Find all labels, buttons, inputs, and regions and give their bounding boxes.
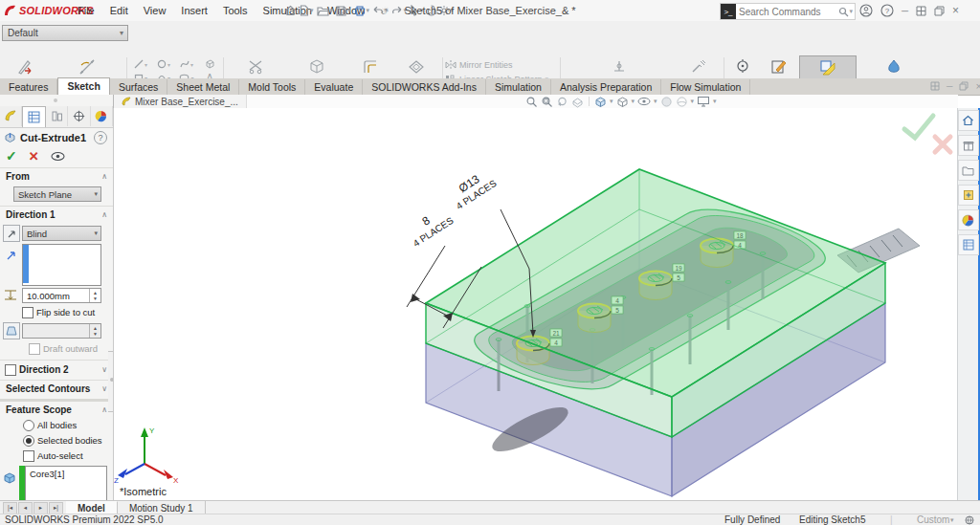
all-bodies-radio[interactable] <box>23 420 34 431</box>
auto-select-checkbox[interactable] <box>23 450 34 462</box>
edit-appearance-icon[interactable] <box>660 96 673 108</box>
open-document-button[interactable]: ▾ <box>316 2 335 19</box>
configuration-dropdown[interactable]: Default ▾ <box>2 25 128 41</box>
menu-file[interactable]: File <box>71 5 101 16</box>
pm-preview-icon[interactable] <box>51 151 65 162</box>
pm-ok-button[interactable]: ✓ <box>6 148 17 164</box>
document-tab[interactable]: Mixer Base_Exercise_... <box>114 95 247 108</box>
menu-insert[interactable]: Insert <box>174 5 214 16</box>
user-account-icon[interactable] <box>859 4 873 17</box>
menu-edit[interactable]: Edit <box>103 5 135 16</box>
apply-scene-flyout-icon[interactable]: ▾ <box>691 98 695 105</box>
flip-side-checkbox[interactable] <box>22 307 33 318</box>
restore-button[interactable] <box>934 6 945 16</box>
tab-flow-simulation[interactable]: Flow Simulation <box>661 79 750 95</box>
first-study-button[interactable]: |◂ <box>3 502 17 514</box>
model-tab[interactable]: Model <box>66 501 118 514</box>
taskpane-home-icon[interactable] <box>958 110 979 131</box>
propertymanager-tab[interactable] <box>22 106 45 127</box>
new-document-button[interactable]: ▾ <box>299 2 315 19</box>
tab-simulation[interactable]: Simulation <box>486 79 551 95</box>
mirror-entities-button[interactable]: Mirror Entities <box>445 58 558 72</box>
view-settings-icon[interactable] <box>697 96 710 107</box>
hide-show-flyout-icon[interactable]: ▾ <box>654 98 657 105</box>
tab-evaluate[interactable]: Evaluate <box>305 79 363 95</box>
doc-grid-icon[interactable] <box>930 81 940 91</box>
next-study-button[interactable]: ▸ <box>33 502 48 514</box>
view-settings-flyout-icon[interactable]: ▾ <box>713 98 717 105</box>
help-icon[interactable]: ? <box>880 4 894 17</box>
reverse-direction-button[interactable] <box>3 225 20 242</box>
taskpane-appearances-icon[interactable] <box>958 209 979 230</box>
tab-mold-tools[interactable]: Mold Tools <box>239 79 305 95</box>
minimize-button[interactable]: ─ <box>902 6 908 16</box>
model-scene[interactable]: 21 4 4 5 19 <box>114 108 958 500</box>
circle-tool[interactable]: ▾ <box>152 59 175 69</box>
selected-contours-expand-icon[interactable]: ∨ <box>101 384 107 393</box>
tab-features[interactable]: Features <box>0 79 57 95</box>
display-style-flyout-icon[interactable]: ▾ <box>632 98 635 105</box>
configurationmanager-tab[interactable] <box>46 106 68 126</box>
doc-minimize-icon[interactable]: ─ <box>947 81 952 91</box>
view-orientation-icon[interactable] <box>594 96 607 108</box>
home-button[interactable] <box>283 2 298 19</box>
menu-tools[interactable]: Tools <box>216 5 255 16</box>
tab-solidworks-addins[interactable]: SOLIDWORKS Add-Ins <box>363 79 486 95</box>
last-study-button[interactable]: ▸| <box>49 502 63 514</box>
end-condition-dropdown[interactable]: Blind▾ <box>22 226 101 241</box>
depth-spinner[interactable]: 10.000mm ▲▼ <box>22 288 101 303</box>
save-button[interactable]: ▾ <box>335 2 352 19</box>
tab-surfaces[interactable]: Surfaces <box>110 79 167 95</box>
select-button[interactable]: ▾ <box>409 2 425 19</box>
direction1-section-header[interactable]: Direction 1 <box>6 209 56 220</box>
undo-button[interactable]: ▾ <box>371 2 390 19</box>
rebuild-button[interactable] <box>426 2 436 19</box>
direction-selection-listbox[interactable] <box>22 244 101 286</box>
featuremanager-tab[interactable] <box>0 106 22 126</box>
search-icon[interactable] <box>838 7 849 17</box>
units-dropdown-icon[interactable]: ▾ <box>950 514 954 525</box>
search-dropdown-icon[interactable]: ▾ <box>849 8 853 15</box>
direction1-collapse-icon[interactable]: ∧ <box>101 210 107 219</box>
doc-close-icon[interactable]: × <box>975 80 980 92</box>
confirm-cancel-icon[interactable] <box>935 137 950 152</box>
feature-scope-section-header[interactable]: Feature Scope <box>6 405 72 415</box>
view-orientation-flyout-icon[interactable]: ▾ <box>610 98 613 105</box>
tab-sheet-metal[interactable]: Sheet Metal <box>167 79 239 95</box>
previous-view-icon[interactable] <box>556 96 568 108</box>
depth-dimension-text[interactable]: 8 4 PLACES <box>403 203 456 249</box>
print-button[interactable]: ▾ <box>353 2 371 19</box>
options-button[interactable]: ▾ <box>437 2 456 19</box>
taskpane-design-library-icon[interactable] <box>958 160 979 181</box>
menu-view[interactable]: View <box>137 5 173 16</box>
search-input[interactable] <box>736 7 838 17</box>
section-view-icon[interactable] <box>571 96 584 108</box>
diameter-dimension-text[interactable]: Ø13 4 PLACES <box>446 165 499 211</box>
doc-restore-icon[interactable] <box>959 81 969 91</box>
dimxpertmanager-tab[interactable] <box>68 106 90 126</box>
line-tool[interactable]: ▾ <box>129 59 152 69</box>
selected-bodies-radio[interactable] <box>23 435 34 447</box>
spline-tool[interactable]: ▾ <box>175 59 198 69</box>
display-style-icon[interactable] <box>616 96 629 108</box>
taskpane-file-explorer-icon[interactable] <box>958 185 979 206</box>
graphics-viewport[interactable]: 21 4 4 5 19 <box>113 108 958 500</box>
zoom-fit-icon[interactable] <box>525 96 538 108</box>
motion-study-tab[interactable]: Motion Study 1 <box>118 501 206 514</box>
tags-globe-icon[interactable] <box>965 515 974 525</box>
close-button[interactable]: × <box>952 4 959 17</box>
scope-body-item[interactable]: Core3[1] <box>26 467 106 481</box>
sketch-3d-tool[interactable] <box>198 59 221 69</box>
units-selector[interactable]: Custom <box>917 514 949 525</box>
selected-contours-section-header[interactable]: Selected Contours <box>6 383 90 394</box>
apply-scene-icon[interactable] <box>676 96 688 108</box>
direction2-expand-icon[interactable]: ∨ <box>101 365 107 374</box>
zoom-area-icon[interactable] <box>541 96 553 108</box>
tab-analysis-preparation[interactable]: Analysis Preparation <box>551 79 661 95</box>
draft-button[interactable] <box>3 322 20 339</box>
taskpane-custom-properties-icon[interactable] <box>958 234 979 255</box>
direction2-checkbox[interactable] <box>5 364 16 376</box>
prev-study-button[interactable]: ◂ <box>18 502 33 514</box>
pm-help-icon[interactable]: ? <box>94 131 107 144</box>
from-collapse-icon[interactable]: ∧ <box>101 172 107 181</box>
